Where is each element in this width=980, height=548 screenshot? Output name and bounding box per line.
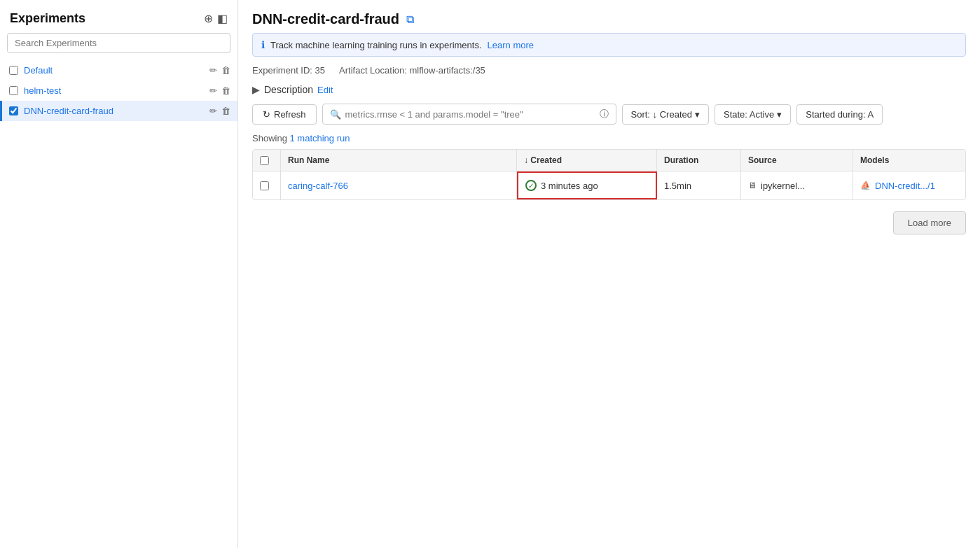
select-all-checkbox[interactable] [260, 156, 269, 165]
state-chevron-icon: ▾ [777, 109, 782, 120]
table-row: caring-calf-766 ✓ 3 minutes ago 1.5min 🖥… [253, 171, 965, 199]
sort-button[interactable]: Sort: ↓ Created ▾ [622, 104, 709, 125]
col-checkbox [253, 150, 281, 171]
col-source-label: Source [748, 155, 777, 165]
refresh-button[interactable]: ↻ Refresh [252, 104, 317, 125]
row-select-checkbox[interactable] [260, 181, 269, 190]
sidebar-item-dnn-label: DNN-credit-card-fraud [24, 106, 209, 116]
matching-label: Showing 1 matching run [238, 133, 980, 149]
col-duration-label: Duration [664, 155, 698, 165]
search-icon: 🔍 [330, 109, 341, 120]
sidebar: Experiments ⊕ ◧ Default ✏ 🗑 helm-test ✏ … [0, 0, 238, 548]
sidebar-item-helm-test[interactable]: helm-test ✏ 🗑 [0, 80, 237, 101]
description-label: Description [264, 84, 313, 95]
col-created-label: ↓ Created [524, 155, 562, 165]
sidebar-list: Default ✏ 🗑 helm-test ✏ 🗑 DNN-credit-car… [0, 60, 237, 548]
row-duration-cell: 1.5min [657, 171, 741, 199]
refresh-label: Refresh [274, 109, 306, 120]
row-checkbox-cell [253, 171, 281, 199]
delete-icon[interactable]: 🗑 [221, 106, 230, 116]
sidebar-item-dnn-checkbox[interactable] [9, 106, 18, 115]
source-icon: 🖥 [748, 181, 757, 190]
showing-text: Showing [252, 133, 289, 143]
col-models: Models [853, 150, 965, 171]
sidebar-item-default-label: Default [24, 65, 209, 76]
sidebar-item-dnn[interactable]: DNN-credit-card-fraud ✏ 🗑 [0, 101, 237, 121]
row-created-cell: ✓ 3 minutes ago [517, 171, 657, 199]
model-icon: ⛵ [860, 181, 871, 190]
filter-input[interactable] [345, 109, 595, 120]
runs-table: Run Name ↓ Created Duration Source Model… [252, 149, 966, 200]
artifact-location: Artifact Location: mlflow-artifacts:/35 [339, 65, 485, 76]
main-content: DNN-credit-card-fraud ⧉ ℹ Track machine … [238, 0, 980, 548]
run-duration: 1.5min [664, 181, 691, 191]
run-name-link[interactable]: caring-calf-766 [288, 181, 348, 191]
edit-icon[interactable]: ✏ [209, 65, 217, 76]
delete-icon[interactable]: 🗑 [221, 65, 230, 76]
sort-label: Sort: ↓ Created [631, 109, 692, 120]
sidebar-search-container [7, 33, 230, 53]
load-more-label: Load more [908, 218, 951, 228]
sidebar-item-default[interactable]: Default ✏ 🗑 [0, 60, 237, 80]
add-experiment-icon[interactable]: ⊕ [204, 12, 213, 25]
search-info-icon[interactable]: ⓘ [600, 108, 609, 120]
col-created[interactable]: ↓ Created [517, 150, 657, 171]
collapse-sidebar-icon[interactable]: ◧ [217, 12, 228, 25]
started-label: Started during: A [806, 109, 874, 120]
chevron-right-icon[interactable]: ▶ [252, 84, 260, 95]
col-source: Source [741, 150, 853, 171]
search-input[interactable] [7, 33, 230, 53]
run-status-icon: ✓ [525, 180, 537, 191]
page-title: DNN-credit-card-fraud [252, 11, 399, 27]
info-banner-text: Track machine learning training runs in … [270, 40, 482, 50]
info-banner: ℹ Track machine learning training runs i… [252, 33, 966, 57]
sidebar-header-icons: ⊕ ◧ [204, 12, 228, 25]
meta-row: Experiment ID: 35 Artifact Location: mlf… [238, 62, 980, 81]
started-during-button[interactable]: Started during: A [796, 104, 883, 125]
edit-icon[interactable]: ✏ [209, 85, 217, 96]
col-duration: Duration [657, 150, 741, 171]
state-label: State: Active [724, 109, 774, 120]
edit-icon[interactable]: ✏ [209, 106, 217, 116]
main-header: DNN-credit-card-fraud ⧉ [238, 0, 980, 33]
run-created-time: 3 minutes ago [541, 181, 598, 191]
run-source: ipykernel... [761, 181, 805, 191]
model-link[interactable]: DNN-credit.../1 [875, 181, 935, 191]
delete-icon[interactable]: 🗑 [221, 85, 230, 96]
description-row: ▶ Description Edit [238, 81, 980, 104]
load-more-container: Load more [238, 200, 980, 246]
learn-more-link[interactable]: Learn more [488, 40, 534, 50]
sort-chevron-icon: ▾ [695, 109, 700, 120]
row-source-cell: 🖥 ipykernel... [741, 171, 853, 199]
refresh-icon: ↻ [263, 109, 270, 120]
col-run-name: Run Name [281, 150, 517, 171]
sidebar-item-default-checkbox[interactable] [9, 66, 18, 75]
col-run-name-label: Run Name [288, 155, 329, 165]
edit-description-link[interactable]: Edit [317, 85, 333, 95]
row-run-name-cell: caring-calf-766 [281, 171, 517, 199]
toolbar: ↻ Refresh 🔍 ⓘ Sort: ↓ Created ▾ State: A… [238, 104, 980, 133]
matching-run-link[interactable]: 1 matching run [289, 133, 350, 143]
table-header: Run Name ↓ Created Duration Source Model… [253, 150, 965, 171]
sidebar-item-helm-test-actions: ✏ 🗑 [209, 85, 230, 96]
sidebar-header: Experiments ⊕ ◧ [0, 0, 237, 33]
sidebar-item-helm-test-checkbox[interactable] [9, 86, 18, 95]
sidebar-item-helm-test-label: helm-test [24, 85, 209, 96]
sidebar-item-default-actions: ✏ 🗑 [209, 65, 230, 76]
experiment-id: Experiment ID: 35 [252, 65, 325, 76]
load-more-button[interactable]: Load more [893, 211, 966, 234]
sidebar-item-dnn-actions: ✏ 🗑 [209, 106, 230, 116]
info-icon: ℹ [261, 39, 265, 50]
sidebar-title: Experiments [10, 11, 85, 26]
search-box: 🔍 ⓘ [322, 104, 616, 125]
col-models-label: Models [860, 155, 889, 165]
state-button[interactable]: State: Active ▾ [715, 104, 791, 125]
row-models-cell: ⛵ DNN-credit.../1 [853, 171, 965, 199]
copy-title-icon[interactable]: ⧉ [406, 13, 414, 26]
